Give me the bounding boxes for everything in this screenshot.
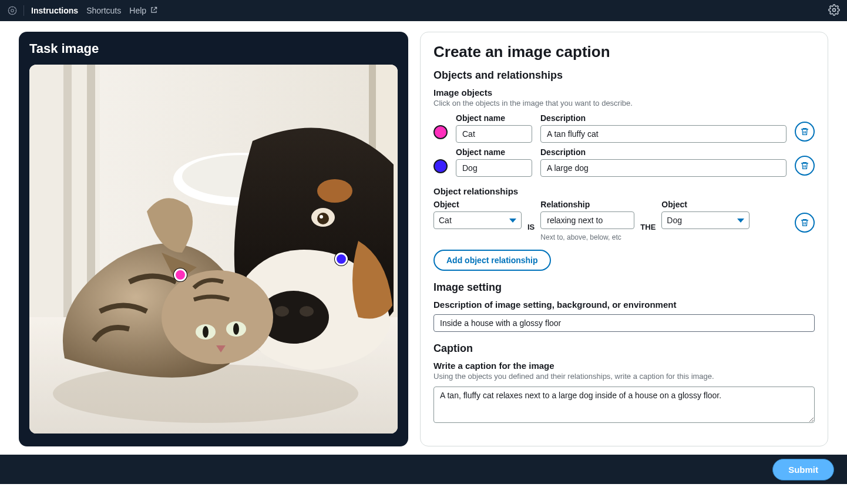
object-name-input[interactable] bbox=[456, 125, 532, 143]
nav-help[interactable]: Help bbox=[128, 5, 159, 16]
task-image-title: Task image bbox=[29, 41, 398, 56]
image-objects-label: Image objects bbox=[433, 88, 815, 98]
svg-point-25 bbox=[233, 323, 239, 335]
topbar: Instructions Shortcuts Help bbox=[0, 0, 847, 21]
caption-label: Write a caption for the image bbox=[433, 361, 815, 371]
rel-hint: Next to, above, below, etc bbox=[540, 233, 634, 241]
nav-help-label: Help bbox=[129, 6, 146, 15]
form-panel: Create an image caption Objects and rela… bbox=[420, 32, 828, 446]
svg-point-16 bbox=[275, 306, 289, 317]
bottombar: Submit bbox=[0, 455, 847, 484]
rel-subject-label: Object bbox=[433, 200, 522, 209]
connector-is: IS bbox=[527, 210, 535, 231]
image-marker-1[interactable] bbox=[335, 253, 348, 266]
trash-icon bbox=[800, 161, 809, 170]
object-marker-dot bbox=[433, 125, 448, 139]
task-image-content bbox=[29, 65, 398, 434]
submit-button[interactable]: Submit bbox=[772, 459, 834, 481]
object-description-input[interactable] bbox=[540, 159, 786, 177]
rel-object-value: Dog bbox=[667, 216, 682, 225]
caption-textarea[interactable] bbox=[433, 387, 815, 423]
svg-point-17 bbox=[300, 306, 314, 317]
app-logo bbox=[7, 5, 18, 16]
svg-point-2 bbox=[833, 8, 836, 11]
settings-button[interactable] bbox=[828, 4, 840, 18]
external-link-icon bbox=[150, 6, 158, 14]
rel-object-label: Object bbox=[661, 200, 749, 209]
caption-hint: Using the objects you defined and their … bbox=[433, 372, 815, 381]
object-description-label: Description bbox=[540, 147, 786, 157]
gear-icon bbox=[828, 4, 840, 16]
add-relationship-button[interactable]: Add object relationship bbox=[433, 250, 551, 271]
delete-object-button[interactable] bbox=[795, 122, 815, 142]
section-objects-heading: Objects and relationships bbox=[433, 69, 815, 82]
trash-icon bbox=[800, 127, 809, 136]
object-row: Object name Description bbox=[433, 113, 815, 143]
object-row: Object name Description bbox=[433, 147, 815, 177]
delete-relationship-button[interactable] bbox=[795, 213, 815, 233]
rel-subject-value: Cat bbox=[439, 216, 452, 225]
object-name-label: Object name bbox=[456, 113, 532, 123]
svg-point-14 bbox=[317, 179, 352, 203]
image-objects-hint: Click on the objects in the image that y… bbox=[433, 99, 815, 107]
rel-subject-select[interactable]: Cat bbox=[433, 211, 522, 229]
setting-label: Description of image setting, background… bbox=[433, 300, 815, 310]
object-description-label: Description bbox=[540, 113, 786, 123]
svg-point-19 bbox=[317, 213, 329, 224]
relationships-label: Object relationships bbox=[433, 186, 815, 196]
relationship-row: Object Cat IS Relationship Next to, abov… bbox=[433, 200, 815, 241]
object-name-label: Object name bbox=[456, 147, 532, 157]
rel-relationship-input[interactable] bbox=[540, 211, 634, 229]
setting-input[interactable] bbox=[433, 314, 815, 332]
rel-relationship-label: Relationship bbox=[540, 200, 634, 209]
object-description-input[interactable] bbox=[540, 125, 786, 143]
rel-object-select[interactable]: Dog bbox=[661, 211, 749, 229]
section-setting-heading: Image setting bbox=[433, 281, 815, 294]
section-caption-heading: Caption bbox=[433, 342, 815, 355]
form-title: Create an image caption bbox=[433, 43, 815, 61]
nav-shortcuts[interactable]: Shortcuts bbox=[85, 5, 122, 16]
object-marker-dot bbox=[433, 159, 448, 173]
trash-icon bbox=[800, 218, 809, 227]
chevron-down-icon bbox=[737, 219, 744, 223]
object-name-input[interactable] bbox=[456, 159, 532, 177]
svg-point-0 bbox=[11, 9, 14, 12]
task-image[interactable] bbox=[29, 65, 398, 434]
topbar-divider bbox=[23, 5, 24, 16]
svg-point-20 bbox=[320, 215, 323, 219]
svg-point-24 bbox=[203, 326, 209, 338]
image-marker-0[interactable] bbox=[174, 268, 187, 281]
task-image-panel: Task image bbox=[19, 32, 408, 446]
svg-point-21 bbox=[162, 270, 273, 364]
main-area: Task image bbox=[0, 21, 847, 455]
delete-object-button[interactable] bbox=[795, 156, 815, 176]
connector-the: THE bbox=[640, 210, 656, 231]
chevron-down-icon bbox=[509, 219, 516, 223]
nav-instructions[interactable]: Instructions bbox=[30, 5, 79, 16]
